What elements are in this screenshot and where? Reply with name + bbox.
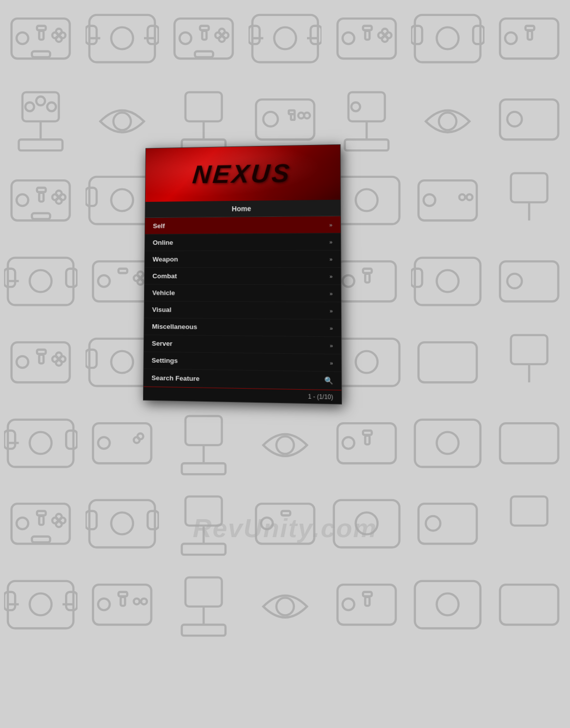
svg-point-51 [48, 102, 56, 111]
svg-point-120 [437, 270, 459, 292]
svg-rect-166 [500, 423, 558, 463]
svg-point-75 [56, 190, 62, 196]
svg-point-74 [60, 194, 66, 200]
svg-rect-27 [310, 26, 322, 44]
svg-point-25 [274, 27, 296, 49]
svg-rect-64 [344, 139, 388, 150]
svg-point-90 [356, 189, 378, 211]
svg-rect-191 [8, 581, 74, 629]
svg-point-159 [276, 436, 294, 454]
svg-point-61 [304, 112, 310, 118]
svg-point-60 [298, 112, 304, 118]
svg-rect-102 [93, 261, 152, 301]
menu-item-visual[interactable]: Visual » [144, 301, 342, 319]
svg-rect-18 [202, 31, 206, 39]
svg-rect-169 [37, 511, 46, 516]
svg-rect-48 [19, 139, 62, 150]
svg-point-174 [56, 522, 62, 528]
svg-point-98 [30, 270, 52, 292]
svg-point-5 [60, 32, 66, 38]
svg-point-66 [439, 112, 456, 130]
menu-item-weapon[interactable]: Weapon » [145, 250, 341, 268]
svg-rect-8 [32, 51, 50, 57]
svg-point-133 [111, 351, 133, 373]
menu-item-miscellaneous[interactable]: Miscellaneous » [144, 318, 341, 337]
svg-rect-0 [12, 18, 70, 58]
svg-point-108 [138, 279, 144, 285]
menu-item-combat[interactable]: Combat » [144, 268, 340, 285]
svg-point-148 [30, 432, 52, 454]
svg-point-52 [114, 112, 131, 130]
svg-point-21 [219, 29, 225, 35]
svg-rect-205 [182, 625, 225, 636]
menu-item-online[interactable]: Online » [145, 233, 340, 251]
svg-rect-95 [511, 173, 548, 202]
svg-point-68 [508, 112, 522, 126]
svg-rect-23 [195, 51, 213, 57]
svg-point-19 [215, 32, 221, 38]
menu-item-weapon-label: Weapon [152, 255, 178, 263]
menu-item-online-arrow: » [330, 239, 332, 245]
svg-rect-59 [291, 114, 294, 120]
menu-item-server[interactable]: Server » [144, 335, 342, 355]
svg-rect-124 [12, 342, 70, 382]
menu-item-weapon-arrow: » [330, 256, 332, 262]
menu-item-self[interactable]: Self » [145, 216, 340, 235]
svg-rect-42 [500, 18, 558, 58]
svg-point-7 [56, 36, 62, 42]
svg-rect-160 [338, 423, 396, 463]
svg-point-79 [111, 189, 133, 211]
svg-point-168 [16, 518, 28, 529]
svg-rect-32 [363, 26, 372, 30]
svg-point-130 [56, 352, 62, 358]
svg-rect-115 [338, 261, 396, 301]
svg-point-37 [382, 36, 388, 42]
svg-rect-41 [474, 26, 484, 44]
svg-rect-67 [500, 99, 558, 139]
svg-point-202 [141, 599, 147, 605]
menu-item-server-label: Server [152, 340, 172, 347]
svg-point-131 [56, 360, 62, 366]
svg-point-105 [134, 275, 140, 281]
svg-rect-3 [40, 31, 44, 39]
search-feature-label: Search Feature [152, 374, 200, 382]
svg-rect-211 [415, 581, 480, 629]
svg-rect-119 [415, 258, 480, 305]
svg-rect-11 [86, 26, 96, 44]
svg-point-50 [36, 96, 45, 105]
menu-item-settings[interactable]: Settings » [144, 352, 342, 372]
svg-point-161 [342, 437, 354, 448]
svg-rect-89 [334, 177, 399, 224]
svg-point-4 [52, 32, 58, 38]
svg-point-189 [426, 516, 440, 531]
svg-rect-77 [32, 213, 50, 219]
svg-rect-117 [363, 268, 372, 273]
svg-point-20 [222, 32, 228, 38]
svg-rect-134 [86, 349, 96, 367]
svg-point-165 [437, 432, 459, 454]
search-icon: 🔍 [324, 376, 334, 385]
svg-rect-12 [148, 26, 158, 44]
svg-rect-122 [500, 261, 558, 301]
svg-rect-127 [40, 355, 44, 363]
menu-item-vehicle[interactable]: Vehicle » [144, 285, 341, 302]
svg-rect-162 [363, 430, 372, 435]
menu-item-settings-arrow: » [330, 360, 333, 366]
svg-rect-156 [186, 416, 222, 445]
svg-rect-179 [148, 511, 158, 529]
menu-item-server-arrow: » [330, 342, 332, 348]
svg-rect-193 [4, 592, 16, 610]
menu-item-vehicle-label: Vehicle [152, 289, 175, 297]
svg-point-171 [52, 518, 58, 524]
svg-rect-203 [186, 578, 222, 607]
menu-item-settings-label: Settings [152, 357, 178, 365]
svg-point-22 [219, 36, 225, 42]
home-tab[interactable]: Home [146, 200, 340, 218]
svg-rect-33 [365, 31, 370, 39]
svg-point-10 [111, 27, 133, 49]
svg-point-212 [437, 594, 459, 616]
svg-rect-71 [37, 188, 46, 192]
svg-rect-210 [365, 597, 370, 606]
svg-point-129 [60, 356, 66, 362]
menu-header: NEXUS [146, 145, 340, 202]
